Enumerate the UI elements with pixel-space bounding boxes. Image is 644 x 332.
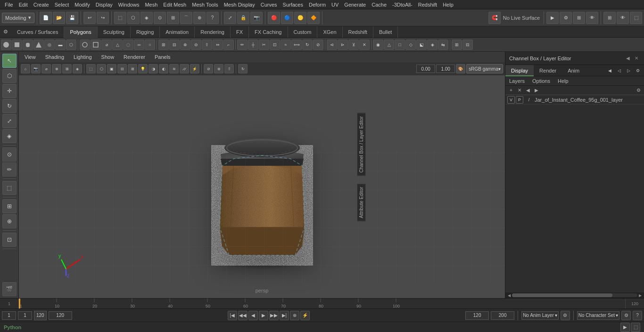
vpt-safe-title-button[interactable]: ▣: [107, 64, 116, 73]
vpt-home-button[interactable]: ⌂: [21, 64, 30, 73]
grid-tool-button[interactable]: ⊞: [158, 40, 169, 50]
last-tool-button[interactable]: ◈: [2, 129, 17, 143]
color-space-dropdown[interactable]: sRGB gamma ▾: [466, 64, 503, 73]
render-preview-button[interactable]: 👁: [586, 12, 598, 24]
new-file-button[interactable]: 📄: [40, 12, 52, 24]
mirror-button[interactable]: ⇆: [438, 40, 448, 50]
anim-end-input[interactable]: [465, 311, 489, 320]
modeling-dropdown[interactable]: Modeling ▾: [2, 13, 34, 23]
layer-row[interactable]: V P / Jar_of_Instant_Coffee_95g_001_laye…: [505, 95, 644, 105]
magnet-icon[interactable]: 🧲: [488, 12, 501, 24]
vp-menu-panels[interactable]: Panels: [151, 52, 174, 62]
go-to-end-button[interactable]: ▶|: [280, 311, 289, 320]
vp-menu-renderer[interactable]: Renderer: [120, 52, 149, 62]
menu-curves[interactable]: Curves: [258, 0, 280, 9]
layer-add-button[interactable]: +: [507, 87, 515, 94]
nurbs-circle-button[interactable]: ○: [145, 40, 155, 50]
multi-cut-button[interactable]: ✂: [259, 40, 269, 50]
extrude-button[interactable]: ⇧: [202, 40, 212, 50]
character-set-settings-button[interactable]: ⚙: [621, 311, 631, 320]
layer-settings-button[interactable]: ⚙: [635, 87, 642, 94]
combine-button[interactable]: ⊕: [180, 40, 190, 50]
vpt-resolution-gate-button[interactable]: ⬚: [86, 64, 96, 73]
vpt-shaded-button[interactable]: ◈: [73, 64, 82, 73]
vpt-lights-button[interactable]: 💡: [138, 64, 148, 73]
range-end-input[interactable]: [491, 311, 514, 320]
create-volume-button[interactable]: 🔶: [307, 12, 320, 24]
tab-redshift[interactable]: Redshift: [343, 26, 373, 38]
vp-menu-show[interactable]: Show: [98, 52, 118, 62]
step-back-button[interactable]: ◀◀: [238, 311, 248, 320]
nurbs-cone-button[interactable]: △: [112, 40, 123, 50]
edge-flow-button[interactable]: ≈: [281, 40, 291, 50]
vpt-film-gate-button[interactable]: ⬡: [97, 64, 106, 73]
auto-key-button[interactable]: ⚡: [300, 311, 310, 320]
menu-surfaces[interactable]: Surfaces: [280, 0, 306, 9]
nurbs-sphere-button[interactable]: [80, 40, 90, 50]
rp-arrow-left-button[interactable]: ◀: [605, 66, 614, 75]
undo-button[interactable]: ↩: [83, 12, 96, 24]
vp-menu-shading[interactable]: Shading: [41, 52, 68, 62]
menu-mesh[interactable]: Mesh: [142, 0, 160, 9]
menu-edit-mesh[interactable]: Edit Mesh: [160, 0, 189, 9]
soft-select-tool-button[interactable]: ⊙: [2, 147, 17, 162]
help-button[interactable]: ?: [206, 12, 219, 24]
menu-modify[interactable]: Modify: [72, 0, 92, 9]
move-tool-button[interactable]: ✛: [2, 84, 17, 98]
smooth-button[interactable]: ◉: [373, 40, 383, 50]
play-back-button[interactable]: ◀: [248, 311, 258, 320]
vpt-rotate-icon[interactable]: ↻: [238, 64, 248, 73]
current-frame-input[interactable]: [18, 311, 32, 320]
menu-create[interactable]: Create: [31, 0, 52, 9]
open-file-button[interactable]: 📂: [53, 12, 65, 24]
plane-button[interactable]: ▬: [55, 40, 66, 50]
rp-menu-layers[interactable]: Layers: [505, 76, 528, 86]
menu-redshift[interactable]: Redshift: [415, 0, 440, 9]
rp-scroll-right-button[interactable]: ▶: [637, 292, 643, 298]
rp-tab-anim[interactable]: Anim: [562, 65, 585, 76]
boolean-button[interactable]: ◈: [427, 40, 438, 50]
loop-button[interactable]: ⊕: [290, 311, 299, 320]
channel-layer-editor-tab[interactable]: Channel Box / Layer Editor: [357, 113, 366, 176]
flip-button[interactable]: ⟺: [291, 40, 302, 50]
menu-mesh-tools[interactable]: Mesh Tools: [189, 0, 221, 9]
paint-select-button[interactable]: ◈: [140, 12, 153, 24]
transform-button[interactable]: ⤢: [224, 12, 236, 24]
vpt-normals-button[interactable]: ⇧: [224, 64, 234, 73]
triangulate-button[interactable]: △: [384, 40, 394, 50]
vpt-eevee-button[interactable]: ⚡: [190, 64, 199, 73]
vpt-motion-blur-button[interactable]: ≋: [169, 64, 179, 73]
tab-animation[interactable]: Animation: [160, 26, 195, 38]
create-subdiv-button[interactable]: 🟡: [294, 12, 306, 24]
menu-mesh-display[interactable]: Mesh Display: [221, 0, 258, 9]
vpt-wireframe-button[interactable]: ⊞: [62, 64, 72, 73]
render-settings-button[interactable]: ⚙: [560, 12, 572, 24]
frame-end-input[interactable]: [49, 311, 72, 320]
rp-arrow-right2-button[interactable]: ▷: [624, 66, 633, 75]
tab-settings-icon[interactable]: ⚙: [0, 26, 11, 38]
soft-select-button[interactable]: ⊙: [154, 12, 166, 24]
menu-help[interactable]: Help: [440, 0, 456, 9]
tab-fx[interactable]: FX: [231, 26, 249, 38]
timeline-track[interactable]: 1 10 20 30 40 50 60 70 80 90 100: [19, 299, 625, 308]
collapse-button[interactable]: ⊻: [348, 40, 359, 50]
vpt-hud-button[interactable]: ⊟: [117, 64, 127, 73]
rp-tab-display[interactable]: Display: [505, 65, 534, 76]
menu-windows[interactable]: Windows: [116, 0, 142, 9]
layer-playback-button[interactable]: P: [516, 96, 523, 104]
rp-scroll-thumb[interactable]: [512, 293, 612, 297]
tab-fx-caching[interactable]: FX Caching: [249, 26, 288, 38]
fill-hole-button[interactable]: ⊘: [313, 40, 323, 50]
select-tool-button[interactable]: ↖: [2, 54, 17, 68]
anim-layer-dropdown[interactable]: No Anim Layer ▾: [521, 311, 559, 320]
layer-visibility-button[interactable]: V: [507, 96, 515, 104]
cone-button[interactable]: [33, 40, 44, 50]
current-frame-start-input[interactable]: [2, 311, 16, 320]
save-file-button[interactable]: 💾: [66, 12, 78, 24]
vpt-ao-button[interactable]: ◐: [159, 64, 168, 73]
create-nurbs-button[interactable]: 🔵: [281, 12, 293, 24]
pen-tool-button[interactable]: ✏: [237, 40, 248, 50]
snap-edge-lt-button[interactable]: ⊕: [2, 214, 17, 228]
marquee-select-button[interactable]: ⬚: [2, 181, 17, 195]
menu-generate[interactable]: Generate: [341, 0, 369, 9]
